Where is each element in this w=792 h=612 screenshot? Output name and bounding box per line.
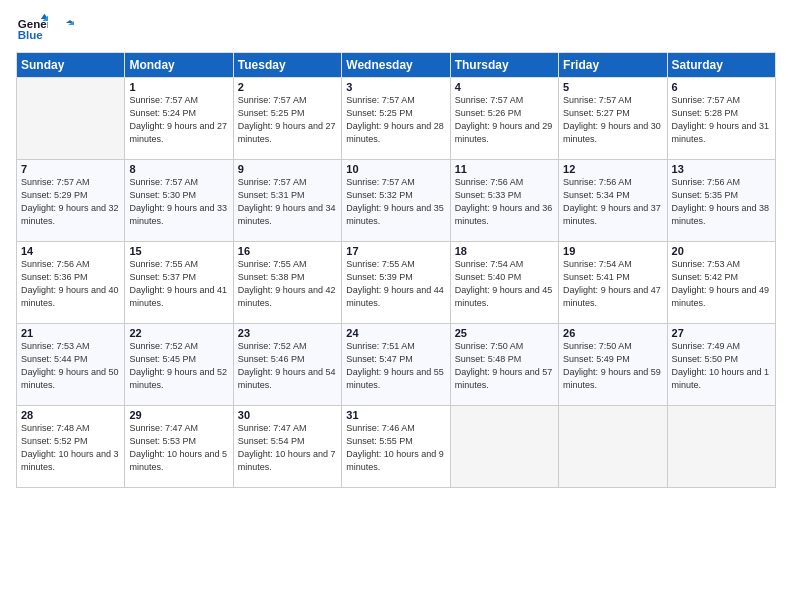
logo-bird-icon: [56, 20, 74, 38]
weekday-header: Friday: [559, 53, 667, 78]
day-info: Sunrise: 7:57 AMSunset: 5:25 PMDaylight:…: [238, 94, 337, 146]
day-number: 24: [346, 327, 445, 339]
calendar-cell: 20Sunrise: 7:53 AMSunset: 5:42 PMDayligh…: [667, 242, 775, 324]
day-number: 1: [129, 81, 228, 93]
weekday-header: Sunday: [17, 53, 125, 78]
calendar-week-row: 7Sunrise: 7:57 AMSunset: 5:29 PMDaylight…: [17, 160, 776, 242]
weekday-header: Tuesday: [233, 53, 341, 78]
calendar-cell: [559, 406, 667, 488]
calendar-cell: 1Sunrise: 7:57 AMSunset: 5:24 PMDaylight…: [125, 78, 233, 160]
day-number: 18: [455, 245, 554, 257]
calendar-cell: 28Sunrise: 7:48 AMSunset: 5:52 PMDayligh…: [17, 406, 125, 488]
day-info: Sunrise: 7:47 AMSunset: 5:54 PMDaylight:…: [238, 422, 337, 474]
weekday-header: Monday: [125, 53, 233, 78]
calendar-cell: [17, 78, 125, 160]
day-number: 10: [346, 163, 445, 175]
calendar-cell: 29Sunrise: 7:47 AMSunset: 5:53 PMDayligh…: [125, 406, 233, 488]
day-info: Sunrise: 7:55 AMSunset: 5:38 PMDaylight:…: [238, 258, 337, 310]
calendar-cell: 5Sunrise: 7:57 AMSunset: 5:27 PMDaylight…: [559, 78, 667, 160]
calendar-week-row: 14Sunrise: 7:56 AMSunset: 5:36 PMDayligh…: [17, 242, 776, 324]
calendar-cell: 7Sunrise: 7:57 AMSunset: 5:29 PMDaylight…: [17, 160, 125, 242]
calendar-cell: [667, 406, 775, 488]
calendar-cell: 23Sunrise: 7:52 AMSunset: 5:46 PMDayligh…: [233, 324, 341, 406]
day-info: Sunrise: 7:57 AMSunset: 5:24 PMDaylight:…: [129, 94, 228, 146]
day-info: Sunrise: 7:57 AMSunset: 5:32 PMDaylight:…: [346, 176, 445, 228]
day-info: Sunrise: 7:56 AMSunset: 5:35 PMDaylight:…: [672, 176, 771, 228]
day-info: Sunrise: 7:56 AMSunset: 5:33 PMDaylight:…: [455, 176, 554, 228]
calendar-cell: 19Sunrise: 7:54 AMSunset: 5:41 PMDayligh…: [559, 242, 667, 324]
day-info: Sunrise: 7:53 AMSunset: 5:42 PMDaylight:…: [672, 258, 771, 310]
day-number: 9: [238, 163, 337, 175]
day-number: 27: [672, 327, 771, 339]
calendar-table: SundayMondayTuesdayWednesdayThursdayFrid…: [16, 52, 776, 488]
calendar-cell: 16Sunrise: 7:55 AMSunset: 5:38 PMDayligh…: [233, 242, 341, 324]
calendar-cell: 4Sunrise: 7:57 AMSunset: 5:26 PMDaylight…: [450, 78, 558, 160]
day-number: 4: [455, 81, 554, 93]
calendar-week-row: 28Sunrise: 7:48 AMSunset: 5:52 PMDayligh…: [17, 406, 776, 488]
calendar-cell: 24Sunrise: 7:51 AMSunset: 5:47 PMDayligh…: [342, 324, 450, 406]
calendar-cell: 30Sunrise: 7:47 AMSunset: 5:54 PMDayligh…: [233, 406, 341, 488]
calendar-cell: 22Sunrise: 7:52 AMSunset: 5:45 PMDayligh…: [125, 324, 233, 406]
logo: General Blue: [16, 12, 74, 44]
day-info: Sunrise: 7:52 AMSunset: 5:45 PMDaylight:…: [129, 340, 228, 392]
day-number: 8: [129, 163, 228, 175]
calendar-cell: 15Sunrise: 7:55 AMSunset: 5:37 PMDayligh…: [125, 242, 233, 324]
calendar-cell: 13Sunrise: 7:56 AMSunset: 5:35 PMDayligh…: [667, 160, 775, 242]
day-info: Sunrise: 7:57 AMSunset: 5:28 PMDaylight:…: [672, 94, 771, 146]
day-number: 30: [238, 409, 337, 421]
calendar-week-row: 1Sunrise: 7:57 AMSunset: 5:24 PMDaylight…: [17, 78, 776, 160]
day-info: Sunrise: 7:54 AMSunset: 5:41 PMDaylight:…: [563, 258, 662, 310]
day-number: 22: [129, 327, 228, 339]
day-number: 17: [346, 245, 445, 257]
day-number: 26: [563, 327, 662, 339]
calendar-cell: [450, 406, 558, 488]
day-number: 16: [238, 245, 337, 257]
day-info: Sunrise: 7:55 AMSunset: 5:39 PMDaylight:…: [346, 258, 445, 310]
calendar-cell: 18Sunrise: 7:54 AMSunset: 5:40 PMDayligh…: [450, 242, 558, 324]
day-number: 11: [455, 163, 554, 175]
day-info: Sunrise: 7:56 AMSunset: 5:36 PMDaylight:…: [21, 258, 120, 310]
day-number: 7: [21, 163, 120, 175]
calendar-cell: 11Sunrise: 7:56 AMSunset: 5:33 PMDayligh…: [450, 160, 558, 242]
calendar-cell: 12Sunrise: 7:56 AMSunset: 5:34 PMDayligh…: [559, 160, 667, 242]
calendar-cell: 31Sunrise: 7:46 AMSunset: 5:55 PMDayligh…: [342, 406, 450, 488]
day-number: 14: [21, 245, 120, 257]
day-number: 15: [129, 245, 228, 257]
day-info: Sunrise: 7:48 AMSunset: 5:52 PMDaylight:…: [21, 422, 120, 474]
day-info: Sunrise: 7:57 AMSunset: 5:27 PMDaylight:…: [563, 94, 662, 146]
calendar-week-row: 21Sunrise: 7:53 AMSunset: 5:44 PMDayligh…: [17, 324, 776, 406]
day-number: 31: [346, 409, 445, 421]
day-info: Sunrise: 7:47 AMSunset: 5:53 PMDaylight:…: [129, 422, 228, 474]
day-info: Sunrise: 7:49 AMSunset: 5:50 PMDaylight:…: [672, 340, 771, 392]
day-info: Sunrise: 7:56 AMSunset: 5:34 PMDaylight:…: [563, 176, 662, 228]
day-number: 23: [238, 327, 337, 339]
weekday-header: Saturday: [667, 53, 775, 78]
day-info: Sunrise: 7:50 AMSunset: 5:48 PMDaylight:…: [455, 340, 554, 392]
weekday-header: Thursday: [450, 53, 558, 78]
day-number: 21: [21, 327, 120, 339]
calendar-cell: 8Sunrise: 7:57 AMSunset: 5:30 PMDaylight…: [125, 160, 233, 242]
calendar-body: 1Sunrise: 7:57 AMSunset: 5:24 PMDaylight…: [17, 78, 776, 488]
weekday-header: Wednesday: [342, 53, 450, 78]
calendar-cell: 9Sunrise: 7:57 AMSunset: 5:31 PMDaylight…: [233, 160, 341, 242]
calendar-cell: 14Sunrise: 7:56 AMSunset: 5:36 PMDayligh…: [17, 242, 125, 324]
day-info: Sunrise: 7:53 AMSunset: 5:44 PMDaylight:…: [21, 340, 120, 392]
day-info: Sunrise: 7:57 AMSunset: 5:25 PMDaylight:…: [346, 94, 445, 146]
day-number: 6: [672, 81, 771, 93]
calendar-cell: 21Sunrise: 7:53 AMSunset: 5:44 PMDayligh…: [17, 324, 125, 406]
page-header: General Blue: [16, 12, 776, 44]
day-info: Sunrise: 7:57 AMSunset: 5:29 PMDaylight:…: [21, 176, 120, 228]
calendar-cell: 2Sunrise: 7:57 AMSunset: 5:25 PMDaylight…: [233, 78, 341, 160]
day-number: 12: [563, 163, 662, 175]
day-number: 20: [672, 245, 771, 257]
day-number: 28: [21, 409, 120, 421]
day-info: Sunrise: 7:51 AMSunset: 5:47 PMDaylight:…: [346, 340, 445, 392]
calendar-cell: 3Sunrise: 7:57 AMSunset: 5:25 PMDaylight…: [342, 78, 450, 160]
day-info: Sunrise: 7:57 AMSunset: 5:31 PMDaylight:…: [238, 176, 337, 228]
day-number: 13: [672, 163, 771, 175]
logo-icon: General Blue: [16, 12, 48, 44]
calendar-cell: 17Sunrise: 7:55 AMSunset: 5:39 PMDayligh…: [342, 242, 450, 324]
calendar-cell: 27Sunrise: 7:49 AMSunset: 5:50 PMDayligh…: [667, 324, 775, 406]
calendar-cell: 26Sunrise: 7:50 AMSunset: 5:49 PMDayligh…: [559, 324, 667, 406]
day-number: 2: [238, 81, 337, 93]
